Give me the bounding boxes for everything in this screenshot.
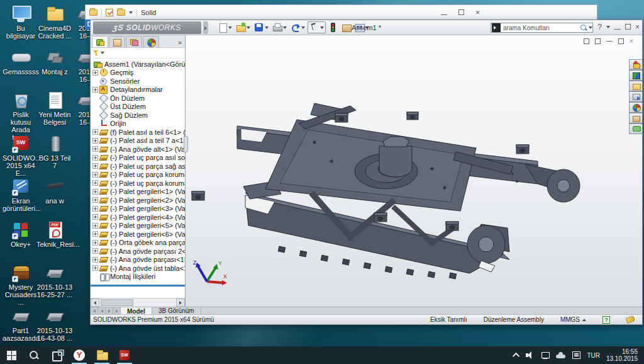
- doc-close-button[interactable]: ×: [630, 37, 633, 45]
- 3d-model[interactable]: [186, 35, 630, 307]
- search-placeholder[interactable]: arama Komutları: [501, 25, 580, 31]
- tree-item[interactable]: (-) Palet asıl a teil 7 a<1> (V: [92, 137, 185, 145]
- select-caret[interactable]: [320, 26, 324, 29]
- expand-plus-icon[interactable]: [92, 197, 98, 203]
- tree-item[interactable]: Montaj İlişkileri: [92, 273, 185, 282]
- tray-overflow-chevron-icon[interactable]: [513, 353, 519, 360]
- doc-split-left-icon[interactable]: [584, 38, 589, 44]
- quick-access-check-icon[interactable]: [106, 9, 113, 16]
- tree-item[interactable]: (-) Palet gergileri<6> (Varsa: [92, 230, 185, 239]
- tree-item[interactable]: (-) Palet gergileri<1> (Varsa: [92, 188, 185, 196]
- scroll-left-button[interactable]: [91, 299, 99, 307]
- search-icon[interactable]: [580, 24, 587, 31]
- tab-property-manager[interactable]: [109, 36, 125, 47]
- window-minimize-button[interactable]: [614, 23, 621, 31]
- doc-tab-model[interactable]: Model: [121, 307, 152, 314]
- expand-plus-icon[interactable]: [92, 138, 98, 144]
- tree-item[interactable]: Üst Düzlem: [92, 103, 185, 111]
- tree-item[interactable]: (-) Palet gergileri<2> (Varsa: [92, 196, 185, 205]
- desktop-icon-bg-13-teil-7[interactable]: BG 13 Teil 7: [36, 134, 73, 169]
- taskpane-tab-resources[interactable]: [629, 70, 642, 81]
- explorer-window-titlebar[interactable]: Solid ×: [85, 4, 597, 20]
- expand-plus-icon[interactable]: [92, 206, 98, 212]
- taskpane-tab-explorer[interactable]: [629, 91, 642, 102]
- unit-system-selector[interactable]: MMGS: [560, 316, 586, 323]
- tree-item[interactable]: Sağ Düzlem: [92, 111, 185, 120]
- folder-icon[interactable]: [117, 9, 125, 16]
- help-button[interactable]: ?: [597, 23, 602, 31]
- desktop-icon-ekran[interactable]: Ekrangörüntüleri...: [3, 177, 39, 212]
- expand-plus-icon[interactable]: [92, 87, 98, 93]
- tree-item[interactable]: (-) Palet gergileri<3> (Varsa: [92, 205, 185, 213]
- doc-restore-button[interactable]: [618, 38, 624, 44]
- desktop-icon-mystery[interactable]: MysteryCrusaders ...: [3, 263, 39, 306]
- scrollbar-thumb[interactable]: [101, 299, 133, 306]
- tab-display-manager[interactable]: [143, 36, 159, 47]
- tree-item[interactable]: Sensörler: [92, 77, 185, 86]
- taskpane-tab-appearances[interactable]: [629, 102, 642, 113]
- tree-item[interactable]: (-) Palet uç parça asıl sol<1>: [92, 154, 185, 162]
- tree-filter-bar[interactable]: [91, 48, 185, 59]
- tree-root-item[interactable]: Assem1 (Varsayılan<Görüntü D: [92, 60, 185, 69]
- file-properties-button[interactable]: [340, 22, 352, 33]
- taskbar-search-button[interactable]: [23, 346, 45, 364]
- rebuild-button[interactable]: [327, 22, 339, 33]
- filter-caret[interactable]: [101, 52, 104, 54]
- desktop-icon-teknik-resi-[interactable]: PDFTeknik_Resi...: [36, 220, 73, 248]
- taskbar-app-yandex-browser[interactable]: [68, 346, 91, 364]
- scroll-right-button[interactable]: [176, 299, 185, 307]
- desktop-icon-2015-10-13[interactable]: 2015-10-1316-25-27 ...: [36, 263, 73, 299]
- tree-item[interactable]: (-) Palet gergileri<4> (Varsa: [92, 213, 185, 222]
- search-scope-caret[interactable]: [589, 26, 592, 29]
- menu-expand-arrow[interactable]: [203, 21, 208, 34]
- desktop-icon-gemasssss[interactable]: Gemasssss: [3, 48, 39, 76]
- taskpane-tab-library[interactable]: [629, 81, 642, 91]
- window-restore-button[interactable]: [625, 23, 631, 31]
- taskpane-tab-comments[interactable]: [629, 123, 642, 134]
- solidworks-logo[interactable]: ʒS SOLIDWORKS: [93, 21, 201, 34]
- expand-plus-icon[interactable]: [92, 223, 98, 229]
- desktop-icon-okey-[interactable]: Okey+: [3, 220, 39, 248]
- tree-item[interactable]: (-) Ana gövde üst tabla<1>: [92, 264, 185, 273]
- tree-item[interactable]: (-) Ana gövde parçası<1> (V: [92, 256, 185, 264]
- tag-icon[interactable]: [626, 316, 635, 324]
- window-close-button[interactable]: ×: [635, 23, 640, 31]
- expand-plus-icon[interactable]: [92, 146, 98, 152]
- taskpane-tab-home[interactable]: [629, 59, 642, 70]
- expand-plus-icon[interactable]: [92, 257, 98, 263]
- new-document-button[interactable]: [216, 22, 233, 33]
- tree-item[interactable]: (-) Palet gergileri<5> (Varsa: [92, 222, 185, 230]
- expand-plus-icon[interactable]: [92, 189, 98, 195]
- options-caret[interactable]: [365, 26, 369, 29]
- tree-item[interactable]: (f) Palet asıl a teil 6<1> (Var: [92, 128, 185, 137]
- open-button[interactable]: [235, 22, 252, 33]
- undo-caret[interactable]: [301, 26, 305, 29]
- tree-horizontal-scrollbar[interactable]: [91, 298, 185, 307]
- tree-item[interactable]: (-) Orta göbek ana parça<1: [92, 239, 185, 247]
- start-button[interactable]: [0, 346, 23, 364]
- graphics-viewport[interactable]: ×: [186, 35, 642, 307]
- print-caret[interactable]: [283, 26, 287, 29]
- command-search-box[interactable]: arama Komutları: [491, 23, 593, 33]
- expand-plus-icon[interactable]: [92, 70, 98, 76]
- tree-item[interactable]: (-) Ana gövde alt<1> (Varsa: [92, 145, 185, 154]
- explorer-close-button[interactable]: ×: [475, 8, 480, 17]
- doc-tab-3b-görünüm[interactable]: 3B Görünüm: [152, 307, 201, 314]
- desktop-icon-part1[interactable]: Part1aazsazasda...: [3, 307, 39, 342]
- language-indicator[interactable]: TUR: [587, 352, 600, 359]
- expand-plus-icon[interactable]: [92, 172, 98, 178]
- explorer-minimize-button[interactable]: [441, 8, 447, 17]
- network-icon[interactable]: [541, 351, 550, 359]
- new-document-caret[interactable]: [228, 26, 232, 29]
- expand-plus-icon[interactable]: [92, 214, 98, 220]
- open-caret[interactable]: [247, 26, 250, 29]
- tree-item[interactable]: (-) Ana gövde parçası 2<1>: [92, 247, 185, 256]
- desktop-icon-ana-w[interactable]: ana w: [36, 177, 73, 205]
- task-view-button[interactable]: [45, 346, 68, 364]
- volume-icon[interactable]: [526, 351, 535, 359]
- tree-item[interactable]: (-) Palet uç parça koruma<1: [92, 171, 185, 179]
- expand-plus-icon[interactable]: [92, 163, 98, 169]
- tree-item[interactable]: (-) Palet uç parça koruma<2: [92, 179, 185, 188]
- tab-overflow-chevrons[interactable]: »: [176, 38, 184, 47]
- save-button[interactable]: [253, 22, 270, 33]
